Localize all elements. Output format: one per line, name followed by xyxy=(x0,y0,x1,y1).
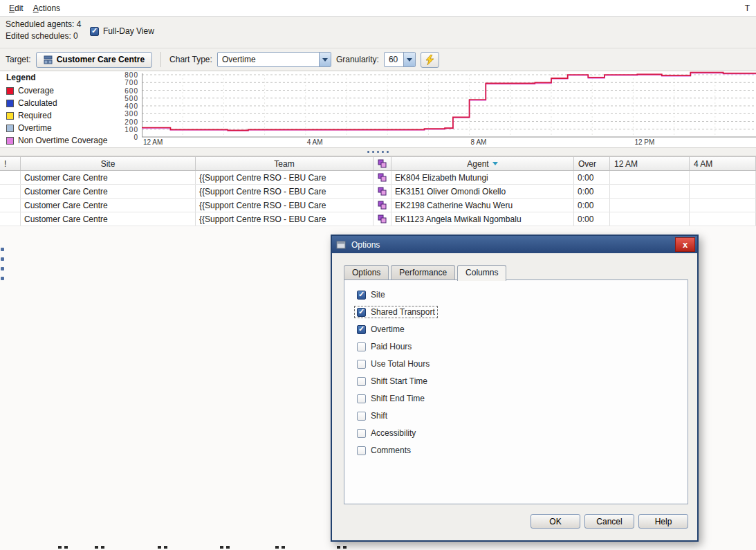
granularity-dropdown[interactable]: 60 xyxy=(384,52,416,67)
column-option-overtime[interactable]: Overtime xyxy=(355,324,407,335)
x-axis-tick-label: 4 AM xyxy=(307,138,323,146)
close-button[interactable]: x xyxy=(675,237,695,252)
table-cell: {{Support Centre RSO - EBU Care xyxy=(196,212,374,226)
table-cell: Customer Care Centre xyxy=(21,199,196,212)
column-header-label: ! xyxy=(4,159,6,169)
chart-table-splitter[interactable] xyxy=(0,147,756,156)
shared-transport-icon xyxy=(378,214,387,223)
table-cell: 0:00 xyxy=(574,199,610,212)
legend-swatch xyxy=(6,125,14,132)
table-cell: Customer Care Centre xyxy=(21,212,196,226)
shared-transport-cell xyxy=(374,199,391,212)
column-option-use-total-hours[interactable]: Use Total Hours xyxy=(355,358,432,369)
x-axis-tick-label: 12 PM xyxy=(634,138,654,146)
cancel-button[interactable]: Cancel xyxy=(584,514,634,529)
column-header-shared-transport[interactable] xyxy=(374,157,391,170)
agents-table: !SiteTeamAgentOver12 AM4 AM Customer Car… xyxy=(0,156,756,226)
target-label: Target: xyxy=(6,55,31,64)
table-header-row: !SiteTeamAgentOver12 AM4 AM xyxy=(0,156,756,171)
checkbox-label: Shift End Time xyxy=(371,394,425,403)
table-row[interactable]: Customer Care Centre{{Support Centre RSO… xyxy=(0,185,756,199)
table-cell xyxy=(610,212,690,226)
dialog-buttons: OKCancelHelp xyxy=(531,514,688,529)
clipped-bottom-content xyxy=(337,546,347,549)
dialog-titlebar[interactable]: Options x xyxy=(332,236,697,253)
checkbox-label: Overtime xyxy=(371,324,405,334)
y-axis-tick-label: 700 xyxy=(111,79,138,86)
column-option-paid-hours[interactable]: Paid Hours xyxy=(355,341,414,352)
splitter-dot xyxy=(387,151,389,153)
checkbox-label: Accessibility xyxy=(371,428,416,438)
column-header-team[interactable]: Team xyxy=(196,157,374,170)
legend-label: Overtime xyxy=(18,123,52,133)
legend-swatch xyxy=(6,100,14,107)
splitter-dot xyxy=(372,151,374,153)
legend-swatch xyxy=(6,112,14,120)
table-row[interactable]: Customer Care Centre{{Support Centre RSO… xyxy=(0,171,756,185)
column-option-comments[interactable]: Comments xyxy=(355,445,413,456)
table-row[interactable]: Customer Care Centre{{Support Centre RSO… xyxy=(0,212,756,226)
clipped-bottom-content xyxy=(95,546,104,549)
refresh-chart-button[interactable] xyxy=(421,52,439,68)
menu-edit[interactable]: Edit xyxy=(4,1,28,15)
edited-schedules-label: Edited schedules: xyxy=(6,31,71,41)
target-button[interactable]: Customer Care Centre xyxy=(36,52,152,68)
scheduled-agents-text: Scheduled agents: 4 xyxy=(6,19,81,29)
coverage-chart xyxy=(142,71,756,147)
left-splitter-dot[interactable] xyxy=(1,248,4,251)
column-option-site[interactable]: Site xyxy=(355,289,387,300)
y-axis-tick-label: 500 xyxy=(111,95,138,102)
column-header-agent[interactable]: Agent xyxy=(391,157,574,170)
column-option-shift-end-time[interactable]: Shift End Time xyxy=(355,393,427,404)
full-day-view-label: Full-Day View xyxy=(103,26,154,36)
shared-transport-icon xyxy=(378,187,387,196)
clipped-bottom-content xyxy=(158,546,167,549)
column-option-shared-transport[interactable]: Shared Transport xyxy=(355,306,437,318)
chart-type-label: Chart Type: xyxy=(169,55,212,64)
tab-columns[interactable]: Columns xyxy=(457,265,506,281)
help-button[interactable]: Help xyxy=(638,514,688,529)
column-header-site[interactable]: Site xyxy=(21,157,196,170)
menu-actions[interactable]: Actions xyxy=(28,1,65,15)
column-option-shift-start-time[interactable]: Shift Start Time xyxy=(355,376,430,387)
column-header-label: Site xyxy=(101,159,116,169)
chart-type-dropdown[interactable]: Overtime xyxy=(217,52,331,67)
checkbox-label: Use Total Hours xyxy=(371,359,430,369)
shared-transport-icon xyxy=(378,201,387,210)
column-header-label: Over xyxy=(578,159,596,169)
granularity-value: 60 xyxy=(385,55,403,64)
table-cell: 0:00 xyxy=(574,212,610,226)
tab-performance[interactable]: Performance xyxy=(391,265,455,280)
left-splitter-dot[interactable] xyxy=(1,277,4,280)
y-axis-tick-label: 800 xyxy=(111,71,138,79)
y-axis-tick-label: 600 xyxy=(111,87,138,95)
unchecked-checkbox-icon xyxy=(357,429,366,438)
unchecked-checkbox-icon xyxy=(357,342,366,351)
full-day-view-checkbox[interactable]: Full-Day View xyxy=(90,26,154,36)
checked-checkbox-icon xyxy=(357,325,366,334)
tab-options[interactable]: Options xyxy=(344,265,389,280)
shared-transport-cell xyxy=(374,185,391,198)
coverage-chart-panel: Legend CoverageCalculatedRequiredOvertim… xyxy=(0,71,756,147)
column-option-accessibility[interactable]: Accessibility xyxy=(355,428,418,439)
column-header-4-am[interactable]: 4 AM xyxy=(690,157,756,170)
column-header-label: 12 AM xyxy=(614,159,638,169)
column-header-[interactable]: ! xyxy=(0,157,21,170)
left-splitter-dot[interactable] xyxy=(1,257,4,261)
column-option-shift[interactable]: Shift xyxy=(355,410,389,421)
schedule-window: Edit Actions T Scheduled agents: 4 Edite… xyxy=(0,0,756,550)
legend-label: Coverage xyxy=(18,86,54,95)
table-cell: {{Support Centre RSO - EBU Care xyxy=(196,171,374,184)
legend-item: Required xyxy=(6,109,107,122)
column-header-over[interactable]: Over xyxy=(574,157,610,170)
legend-label: Non Overtime Coverage xyxy=(18,136,107,145)
column-header-12-am[interactable]: 12 AM xyxy=(610,157,690,170)
left-splitter-dot[interactable] xyxy=(1,267,4,271)
table-row[interactable]: Customer Care Centre{{Support Centre RSO… xyxy=(0,199,756,212)
options-dialog: Options x OptionsPerformanceColumns Site… xyxy=(331,235,699,542)
table-cell xyxy=(0,171,21,184)
ok-button[interactable]: OK xyxy=(531,514,580,529)
shared-transport-icon xyxy=(378,173,387,182)
dialog-tabs: OptionsPerformanceColumns xyxy=(344,265,506,280)
checked-checkbox-icon xyxy=(90,27,99,36)
